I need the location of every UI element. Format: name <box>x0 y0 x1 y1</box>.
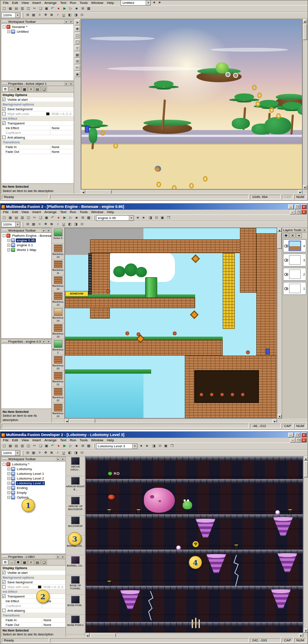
backdrop-thumbnail[interactable]: ARROW RIGHT B... <box>66 476 85 496</box>
prev-frame-icon[interactable]: ◄ <box>134 215 140 221</box>
panel-menu-icon[interactable]: ▾ <box>56 457 60 461</box>
toolbar-icon[interactable]: ✥ <box>43 222 49 227</box>
menu-item[interactable]: Insert <box>31 438 43 442</box>
menu-item[interactable]: Run <box>68 210 78 214</box>
toolbar-icon[interactable]: ❒ <box>165 215 171 221</box>
backdrop-thumbnail[interactable]: ARROW UP BACKDROP <box>66 496 85 516</box>
menu-item[interactable]: File <box>1 210 10 214</box>
toolbar-icon[interactable]: ▢ <box>1 443 7 449</box>
backdrop-thumbnail[interactable]: Backdrop 19 <box>52 323 64 339</box>
menu-item[interactable]: View <box>20 438 31 442</box>
chevron-down-icon[interactable]: ▼ <box>15 451 20 455</box>
checkbox-checked-icon[interactable] <box>2 98 6 101</box>
toolbar-icon[interactable]: ◨ <box>151 443 157 449</box>
child-restore-icon[interactable]: ❐ <box>296 210 301 214</box>
expand-icon[interactable]: + <box>7 496 10 499</box>
toolbar-icon[interactable]: ▷ <box>68 215 74 221</box>
expand-icon[interactable]: + <box>7 472 10 475</box>
property-value[interactable]: None <box>50 145 74 149</box>
color-swatch[interactable] <box>38 585 41 588</box>
toolbar-icon[interactable]: U <box>61 450 67 456</box>
toolbar-icon[interactable]: U <box>61 222 67 227</box>
toolbar-icon[interactable]: ▥ <box>19 6 25 12</box>
expand-icon[interactable]: + <box>7 239 10 242</box>
toolbar-icon[interactable]: I <box>55 450 61 456</box>
eye-icon[interactable] <box>284 287 288 290</box>
zoom-combo[interactable]: 100%▼ <box>1 222 20 227</box>
toolbar-icon[interactable]: ▤ <box>13 6 19 12</box>
tree-item-frame[interactable]: +Empty <box>1 490 65 495</box>
toolbar-icon[interactable]: ◧ <box>67 222 73 227</box>
close-icon[interactable]: ✕ <box>61 555 65 559</box>
close-icon[interactable]: ✕ <box>69 82 73 86</box>
toolbar-icon[interactable]: ❒ <box>169 443 175 449</box>
scroll-thumb[interactable] <box>303 24 307 40</box>
vertical-scrollbar[interactable]: ▲▼ <box>303 456 308 633</box>
tree-item-root[interactable]: -Noname * <box>1 25 74 29</box>
restore-icon[interactable]: ❐ <box>295 433 300 437</box>
toolbar-icon[interactable]: ◨ <box>73 12 79 18</box>
toolbar-icon[interactable]: ◨ <box>73 222 79 227</box>
child-close-icon[interactable]: ✕ <box>301 210 307 214</box>
menu-item[interactable]: Help <box>105 210 115 214</box>
tool-icon[interactable]: ▢ <box>75 33 80 38</box>
backdrop-thumbnail[interactable]: BASE-POW... <box>66 595 85 615</box>
panel-grip[interactable] <box>2 83 7 84</box>
child-minimize-icon[interactable]: – <box>290 438 296 443</box>
toolbar-icon[interactable]: ▩ <box>86 6 92 12</box>
property-row[interactable]: Save background <box>1 580 65 585</box>
checkbox-icon[interactable] <box>2 609 6 612</box>
toolbar-icon[interactable]: ◫ <box>25 215 31 221</box>
checkbox-icon[interactable] <box>2 112 6 115</box>
toolbar-icon[interactable]: ◨ <box>147 215 153 221</box>
tree-item-frame[interactable]: +Lobotomy Level 1 <box>1 471 65 476</box>
toolbar-icon[interactable]: ▣ <box>44 215 50 221</box>
menu-item[interactable]: Run <box>68 1 78 5</box>
delete-layer-icon[interactable]: ✕ <box>289 233 296 238</box>
properties-tab[interactable]: ⚙ <box>2 560 8 565</box>
properties-tab[interactable]: ▦ <box>22 87 28 92</box>
toolbar-icon[interactable]: ↶ <box>50 215 56 221</box>
frame-editor-canvas[interactable]: ✕O ☢ <box>85 456 303 633</box>
toolbar-icon[interactable]: ▥ <box>19 443 25 449</box>
layer-row[interactable]: 4 <box>283 239 306 252</box>
toolbar-icon[interactable]: ▦ <box>7 6 13 12</box>
toolbar-icon[interactable]: ⊞ <box>80 443 86 449</box>
property-row[interactable]: Visible at start <box>1 570 65 575</box>
title-bar[interactable]: Multimedia Fusion 2 - [Platform Engine -… <box>0 204 308 210</box>
expand-icon[interactable]: + <box>7 491 10 494</box>
next-frame-icon[interactable]: ► <box>141 215 147 221</box>
scroll-up-icon[interactable]: ▲ <box>304 456 308 461</box>
tree-item-frame[interactable]: +Lobotomy <box>1 467 65 471</box>
toolbar-icon[interactable]: ❏ <box>37 443 44 449</box>
checkbox-checked-icon[interactable] <box>2 594 6 598</box>
vertical-scrollbar[interactable]: ▲▼ <box>302 19 307 189</box>
expand-icon[interactable]: + <box>7 244 10 247</box>
panel-grip[interactable] <box>2 21 7 22</box>
close-icon[interactable]: ✕ <box>301 433 307 437</box>
add-layer-icon[interactable]: ✚ <box>283 233 289 238</box>
frame-selector[interactable]: Lobotomy Level 3▼ <box>96 443 137 449</box>
toolbar-icon[interactable]: ⊞ <box>25 222 31 227</box>
toolbar-icon[interactable]: U <box>61 12 67 18</box>
close-icon[interactable]: ✕ <box>47 229 50 232</box>
backdrop-thumbnail[interactable]: Backdrop 21 <box>52 371 64 387</box>
panel-menu-icon[interactable]: ▾ <box>64 82 68 86</box>
close-icon[interactable]: ✕ <box>302 228 306 232</box>
tree-item-root[interactable]: -Platform Engine - Bonesaw <box>1 233 51 238</box>
panel-menu-icon[interactable]: ▾ <box>42 229 46 232</box>
checkbox-checked-icon[interactable] <box>2 571 6 574</box>
menu-item[interactable]: Help <box>105 1 115 5</box>
toolbar-icon[interactable]: ▣ <box>159 215 165 221</box>
properties-tab[interactable]: ❏ <box>41 560 47 565</box>
properties-tab[interactable]: ▤ <box>34 87 40 92</box>
toolbar-icon[interactable]: ✂ <box>31 6 37 12</box>
backdrop-thumbnail[interactable]: Backdrop 11 <box>52 260 64 276</box>
properties-tab[interactable]: ❏ <box>41 87 47 92</box>
tree-item-frame[interactable]: +Lobotomy Level 2 <box>1 476 65 481</box>
toolbar-icon[interactable]: ↶ <box>50 443 56 449</box>
toolbar-icon[interactable]: ▣ <box>163 443 169 449</box>
expand-icon[interactable]: + <box>7 482 10 485</box>
eye-icon[interactable] <box>284 259 288 262</box>
tool-icon[interactable]: ✚ <box>75 26 80 32</box>
